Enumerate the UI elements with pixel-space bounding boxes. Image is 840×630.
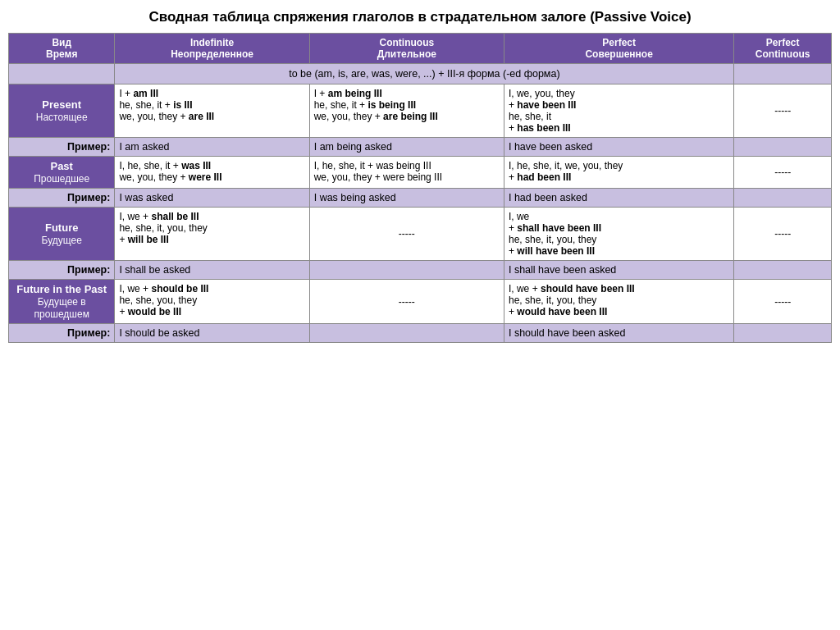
example-pc-present bbox=[734, 138, 832, 157]
tense-label-past: PastПрошедшее bbox=[9, 157, 115, 189]
perfect-continuous-future: ----- bbox=[734, 208, 832, 261]
example-continuous-future bbox=[309, 261, 504, 280]
tense-label-present: PresentНастоящее bbox=[9, 84, 115, 138]
example-indefinite-present: I am asked bbox=[115, 138, 309, 157]
example-indefinite-past: I was asked bbox=[115, 189, 309, 208]
indefinite-present: I + am IIIhe, she, it + is IIIwe, you, t… bbox=[115, 84, 309, 138]
example-label-future: Пример: bbox=[9, 261, 115, 280]
tense-row-future-in-past: Future in the PastБудущее в прошедшемI, … bbox=[9, 280, 832, 324]
example-pc-future bbox=[734, 261, 832, 280]
example-row-future-in-past: Пример:I should be askedI should have be… bbox=[9, 324, 832, 343]
indefinite-future-in-past: I, we + should be IIIhe, she, you, they+… bbox=[115, 280, 309, 324]
example-label-present: Пример: bbox=[9, 138, 115, 157]
example-continuous-future-in-past bbox=[309, 324, 504, 343]
example-label-future-in-past: Пример: bbox=[9, 324, 115, 343]
header-tense: Вид Время bbox=[9, 34, 115, 64]
example-continuous-past: I was being asked bbox=[309, 189, 504, 208]
continuous-present: I + am being IIIhe, she, it + is being I… bbox=[309, 84, 504, 138]
perfect-future: I, we+ shall have been IIIhe, she, it, y… bbox=[504, 208, 733, 261]
header-continuous: Continuous Длительное bbox=[309, 34, 504, 64]
example-perfect-future-in-past: I should have been asked bbox=[504, 324, 733, 343]
example-perfect-present: I have been asked bbox=[504, 138, 733, 157]
continuous-future-in-past: ----- bbox=[309, 280, 504, 324]
example-pc-past bbox=[734, 189, 832, 208]
perfect-past: I, he, she, it, we, you, they+ had been … bbox=[504, 157, 733, 189]
example-row-future: Пример:I shall be askedI shall have been… bbox=[9, 261, 832, 280]
tense-row-future: FutureБудущееI, we + shall be IIIhe, she… bbox=[9, 208, 832, 261]
continuous-future: ----- bbox=[309, 208, 504, 261]
indefinite-past: I, he, she, it + was IIIwe, you, they + … bbox=[115, 157, 309, 189]
example-continuous-present: I am being asked bbox=[309, 138, 504, 157]
perfect-continuous-present: ----- bbox=[734, 84, 832, 138]
perfect-continuous-past: ----- bbox=[734, 157, 832, 189]
header-perfect-continuous: Perfect Continuous bbox=[734, 34, 832, 64]
tense-label-future-in-past: Future in the PastБудущее в прошедшем bbox=[9, 280, 115, 324]
tense-label-future: FutureБудущее bbox=[9, 208, 115, 261]
perfect-present: I, we, you, they+ have been IIIhe, she, … bbox=[504, 84, 733, 138]
example-perfect-past: I had been asked bbox=[504, 189, 733, 208]
example-row-past: Пример:I was askedI was being askedI had… bbox=[9, 189, 832, 208]
example-indefinite-future: I shall be asked bbox=[115, 261, 309, 280]
tense-row-past: PastПрошедшееI, he, she, it + was IIIwe,… bbox=[9, 157, 832, 189]
perfect-future-in-past: I, we + should have been III he, she, it… bbox=[504, 280, 733, 324]
formula-text: to be (am, is, are, was, were, ...) + II… bbox=[115, 64, 734, 84]
tense-row-present: PresentНастоящееI + am IIIhe, she, it + … bbox=[9, 84, 832, 138]
example-row-present: Пример:I am askedI am being askedI have … bbox=[9, 138, 832, 157]
header-indefinite: Indefinite Неопределенное bbox=[115, 34, 309, 64]
formula-row: to be (am, is, are, was, were, ...) + II… bbox=[9, 64, 832, 84]
perfect-continuous-future-in-past: ----- bbox=[734, 280, 832, 324]
example-perfect-future: I shall have been asked bbox=[504, 261, 733, 280]
example-indefinite-future-in-past: I should be asked bbox=[115, 324, 309, 343]
page-title: Сводная таблица спряжения глаголов в стр… bbox=[8, 8, 832, 26]
continuous-past: I, he, she, it + was being IIIwe, you, t… bbox=[309, 157, 504, 189]
example-pc-future-in-past bbox=[734, 324, 832, 343]
indefinite-future: I, we + shall be IIIhe, she, it, you, th… bbox=[115, 208, 309, 261]
example-label-past: Пример: bbox=[9, 189, 115, 208]
header-perfect: Perfect Совершенное bbox=[504, 34, 733, 64]
